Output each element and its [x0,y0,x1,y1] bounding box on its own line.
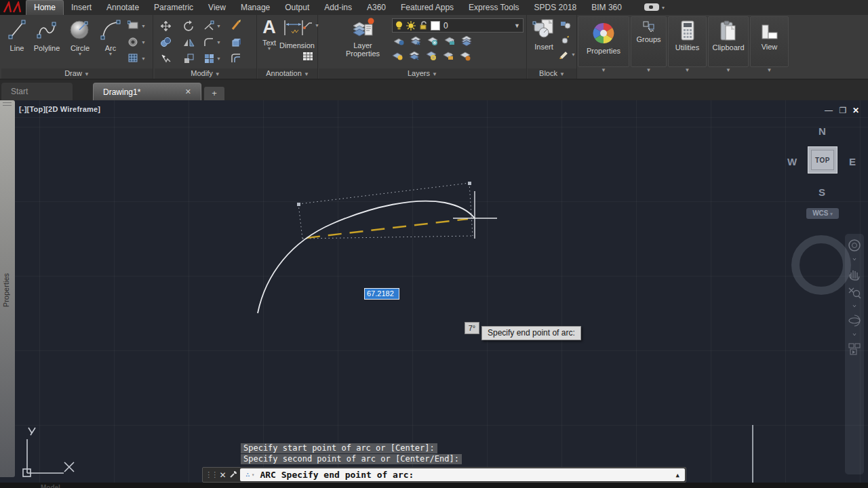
panel-view[interactable]: View ▼ [750,16,789,67]
model-tab-label[interactable]: Model [41,484,60,488]
array-button[interactable]: ▼ [203,53,221,64]
properties-palette-tab[interactable]: Properties [2,273,10,307]
close-icon[interactable]: ✕ [185,87,191,96]
ellipse-tool-button[interactable]: ▼ [127,37,146,47]
ribbon-tab-a360[interactable]: A360 [359,0,393,15]
properties-palette-bar[interactable]: Properties [0,100,15,477]
explode-button[interactable] [231,37,242,48]
ribbon-tab-featured-apps[interactable]: Featured Apps [393,0,461,15]
viewcube-west[interactable]: W [787,156,797,167]
chevron-down-icon[interactable]: ▼ [216,24,221,28]
tab-drawing1[interactable]: Drawing1* ✕ [93,83,201,100]
command-line-bar[interactable]: ⋮⋮ ✕ ∴ ▾ ARC Specify end point of arc: ▲ [202,467,686,483]
layer-unisolate-icon[interactable] [410,36,422,46]
layer-prev-icon[interactable] [409,51,420,61]
chevron-down-icon[interactable] [848,304,861,309]
panel-utilities[interactable]: Utilities ▼ [668,16,707,67]
chevron-down-icon[interactable]: ▾ [662,5,665,15]
new-drawing-button[interactable]: + [204,87,224,100]
layer-make-current-icon[interactable] [392,51,403,61]
chevron-down-icon[interactable]: ▼ [631,67,666,77]
layer-off-icon[interactable] [460,51,471,61]
circle-button[interactable]: Circle ▼ [65,18,95,56]
move-button[interactable] [160,20,172,32]
ribbon-tab-home[interactable]: Home [26,0,64,15]
chevron-down-icon[interactable]: ▼ [578,67,629,77]
chevron-down-icon[interactable]: ▼ [216,56,221,61]
restore-icon[interactable]: ❐ [837,106,848,115]
insert-button[interactable]: Insert [530,18,557,51]
chevron-down-icon[interactable]: ▼ [514,22,520,29]
chevron-down-icon[interactable] [848,332,861,338]
drag-grip-icon[interactable]: ⋮⋮ [205,470,217,479]
layer-match-icon[interactable] [461,36,473,46]
chevron-down-icon[interactable] [848,257,861,262]
block-editor-button[interactable]: ▼ [559,50,576,59]
chevron-down-icon[interactable]: ▼ [216,40,221,45]
ribbon-tab-express-tools[interactable]: Express Tools [461,0,526,15]
ribbon-tab-insert[interactable]: Insert [64,0,99,15]
offset-button[interactable] [231,53,242,64]
minimize-icon[interactable]: — [823,106,834,115]
chevron-down-icon[interactable]: ▼ [141,56,146,61]
ribbon-tab-output[interactable]: Output [277,0,317,15]
mirror-button[interactable] [183,37,195,48]
chevron-down-icon[interactable]: ▼ [751,67,788,77]
customize-wrench-icon[interactable] [229,470,237,479]
close-icon[interactable]: ✕ [219,470,226,480]
viewcube-north[interactable]: N [818,125,826,137]
panel-label-layers[interactable]: Layers ▼ [319,68,526,79]
layer-properties-button[interactable]: LayerProperties [339,18,387,58]
viewport-controls-label[interactable]: [-][Top][2D Wireframe] [19,105,100,113]
layer-unlock-tool-icon[interactable] [443,51,454,61]
chevron-down-icon[interactable]: ▼ [669,67,706,77]
leader-button[interactable]: ▼ [302,20,319,30]
chevron-down-icon[interactable]: ▼ [65,52,95,56]
viewcube-ring[interactable] [791,235,851,295]
grip-point[interactable] [468,182,471,185]
tab-start[interactable]: Start [1,83,73,100]
show-motion-icon[interactable] [848,342,861,356]
screencast-icon[interactable] [644,3,659,11]
pan-hand-icon[interactable] [848,267,861,281]
navigation-wheel-icon[interactable] [848,239,861,252]
chevron-down-icon[interactable]: ▼ [259,47,279,51]
copy-button[interactable] [160,37,172,48]
arc-button[interactable]: Arc ▼ [98,18,123,56]
stretch-button[interactable] [160,53,172,64]
trim-button[interactable]: ▼ [203,20,221,32]
layer-freeze-icon[interactable] [427,36,439,46]
polyline-button[interactable]: Polyline [31,18,62,52]
autocad-logo-icon[interactable] [0,0,26,15]
panel-properties[interactable]: Properties ▼ [578,16,629,67]
layer-isolate-icon[interactable] [393,36,405,46]
viewcube-south[interactable]: S [818,186,825,198]
command-bar-grip[interactable]: ⋮⋮ ✕ [203,468,239,482]
ribbon-tab-spds2018[interactable]: SPDS 2018 [527,0,585,15]
chevron-down-icon[interactable]: ▾ [252,472,255,478]
chevron-up-icon[interactable]: ▲ [676,472,679,479]
panel-label-annotation[interactable]: Annotation ▼ [258,68,317,79]
palette-grip[interactable] [3,102,12,106]
viewcube-east[interactable]: E [849,156,856,167]
viewcube-top-face[interactable]: TOP [808,146,837,174]
close-icon[interactable]: ✕ [850,106,861,115]
panel-groups[interactable]: Groups ▼ [631,16,667,67]
ribbon-tab-annotate[interactable]: Annotate [99,0,146,15]
table-button[interactable] [302,52,313,61]
orbit-icon[interactable] [848,314,861,327]
chevron-down-icon[interactable]: ▼ [141,24,146,28]
create-block-button[interactable] [560,20,571,29]
panel-label-draw[interactable]: Draw ▼ [1,68,153,79]
layer-lock-icon[interactable] [444,36,456,46]
text-button[interactable]: A Text ▼ [259,16,279,51]
scale-button[interactable] [183,53,195,64]
dynamic-dimension-input[interactable]: 67.2182 [364,288,399,300]
match-properties-button[interactable] [231,19,243,31]
chevron-down-icon[interactable]: ▼ [571,52,576,57]
panel-label-modify[interactable]: Modify ▼ [155,68,256,79]
ribbon-tab-parametric[interactable]: Parametric [146,0,201,15]
panel-label-block[interactable]: Block ▼ [528,68,576,79]
chevron-down-icon[interactable]: ▼ [709,67,748,77]
layer-dropdown[interactable]: 0 ▼ [392,18,524,33]
